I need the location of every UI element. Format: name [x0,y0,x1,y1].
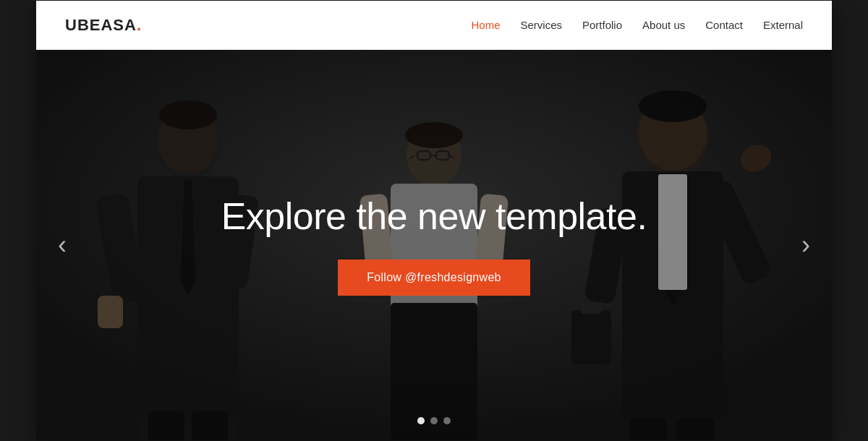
nav-item-contact[interactable]: Contact [705,19,743,32]
nav-link-home[interactable]: Home [471,19,500,31]
carousel-dot-3[interactable] [443,417,451,424]
nav-link-about[interactable]: About us [642,19,685,31]
logo-dot: . [137,16,142,34]
hero-content: Explore the new template. Follow @freshd… [221,194,647,296]
carousel-dots [417,417,451,424]
nav-link-external[interactable]: External [763,19,803,31]
carousel-next-button[interactable]: › [791,223,821,267]
hero-section: Explore the new template. Follow @freshd… [36,50,832,440]
nav-link-services[interactable]: Services [520,19,562,31]
browser-window: UBEASA. Home Services Portfolio About us… [36,1,832,440]
nav-link-portfolio[interactable]: Portfolio [582,19,622,31]
navbar: UBEASA. Home Services Portfolio About us… [36,1,832,50]
nav-item-portfolio[interactable]: Portfolio [582,19,622,32]
hero-cta-button[interactable]: Follow @freshdesignweb [338,260,530,296]
hero-title: Explore the new template. [221,194,647,238]
nav-item-home[interactable]: Home [471,19,500,32]
nav-item-services[interactable]: Services [520,19,562,32]
logo: UBEASA. [65,16,142,35]
carousel-dot-2[interactable] [430,417,438,424]
nav-link-contact[interactable]: Contact [705,19,743,31]
nav-item-external[interactable]: External [763,19,803,32]
carousel-dot-1[interactable] [417,417,425,424]
carousel-prev-button[interactable]: ‹ [47,223,77,267]
nav-links: Home Services Portfolio About us Contact… [471,19,803,32]
nav-item-about[interactable]: About us [642,19,685,32]
logo-text: UBEASA [65,16,137,34]
